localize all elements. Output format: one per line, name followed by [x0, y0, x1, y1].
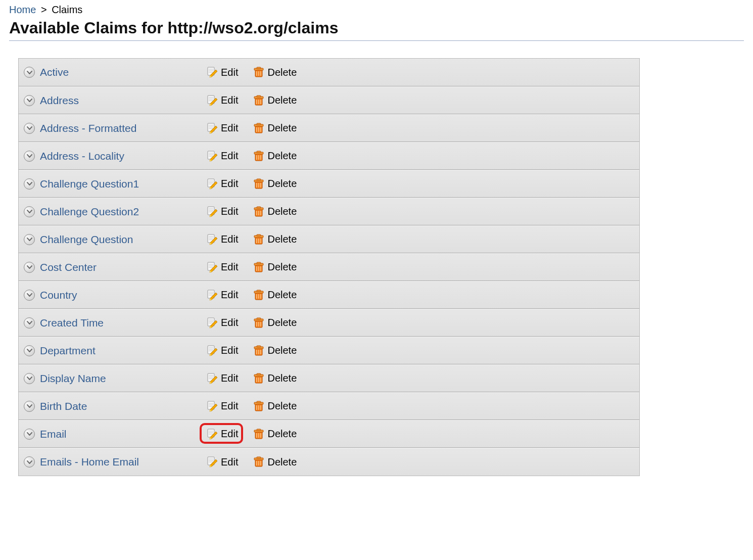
delete-button[interactable]: Delete	[253, 289, 297, 301]
claim-name-link[interactable]: Challenge Question1	[40, 178, 207, 190]
edit-label: Edit	[221, 67, 238, 78]
delete-button[interactable]: Delete	[253, 150, 297, 162]
expand-toggle[interactable]	[24, 290, 35, 301]
claim-row: CountryEditDelete	[19, 281, 639, 309]
delete-button[interactable]: Delete	[253, 317, 297, 329]
claim-row: Display NameEditDelete	[19, 364, 639, 392]
edit-label: Edit	[221, 372, 238, 384]
page-title: Available Claims for http://wso2.org/cla…	[9, 19, 744, 41]
claim-name-link[interactable]: Address - Locality	[40, 150, 207, 162]
delete-label: Delete	[267, 67, 297, 78]
edit-icon	[207, 178, 218, 190]
delete-button[interactable]: Delete	[253, 456, 297, 468]
edit-button[interactable]: Edit	[207, 150, 238, 162]
expand-toggle[interactable]	[24, 262, 35, 273]
claim-name-link[interactable]: Emails - Home Email	[40, 456, 207, 468]
claim-name-link[interactable]: Cost Center	[40, 261, 207, 273]
delete-button[interactable]: Delete	[253, 122, 297, 134]
claim-name-link[interactable]: Challenge Question	[40, 234, 207, 246]
chevron-down-icon	[27, 181, 32, 186]
claim-name-link[interactable]: Country	[40, 289, 207, 301]
claim-name-link[interactable]: Active	[40, 66, 207, 78]
edit-button[interactable]: Edit	[207, 206, 238, 217]
delete-icon	[253, 345, 264, 356]
claim-row: Challenge Question2EditDelete	[19, 198, 639, 225]
edit-button[interactable]: Edit	[207, 178, 238, 190]
expand-toggle[interactable]	[24, 67, 35, 78]
delete-label: Delete	[267, 345, 297, 356]
edit-button[interactable]: Edit	[207, 95, 238, 106]
edit-button[interactable]: Edit	[207, 317, 238, 329]
claim-row: Address - FormattedEditDelete	[19, 114, 639, 142]
edit-icon	[207, 234, 218, 245]
edit-button[interactable]: Edit	[207, 400, 238, 412]
delete-button[interactable]: Delete	[253, 428, 297, 440]
delete-label: Delete	[267, 178, 297, 190]
edit-button[interactable]: Edit	[207, 261, 238, 273]
expand-toggle[interactable]	[24, 206, 35, 217]
delete-icon	[253, 373, 264, 384]
claim-name-link[interactable]: Challenge Question2	[40, 206, 207, 218]
delete-button[interactable]: Delete	[253, 178, 297, 190]
edit-label: Edit	[221, 150, 238, 162]
edit-button[interactable]: Edit	[207, 345, 238, 356]
edit-button[interactable]: Edit	[207, 372, 238, 384]
delete-button[interactable]: Delete	[253, 234, 297, 245]
edit-button[interactable]: Edit	[207, 234, 238, 245]
edit-button[interactable]: Edit	[207, 428, 238, 440]
expand-toggle[interactable]	[24, 95, 35, 106]
expand-toggle[interactable]	[24, 178, 35, 190]
claim-name-link[interactable]: Display Name	[40, 372, 207, 385]
delete-button[interactable]: Delete	[253, 261, 297, 273]
expand-toggle[interactable]	[24, 373, 35, 384]
breadcrumb-home-link[interactable]: Home	[9, 4, 36, 15]
claim-row: Emails - Home EmailEditDelete	[19, 448, 639, 476]
chevron-down-icon	[27, 431, 32, 437]
delete-label: Delete	[267, 206, 297, 217]
delete-icon	[253, 123, 264, 134]
expand-toggle[interactable]	[24, 123, 35, 134]
expand-toggle[interactable]	[24, 234, 35, 245]
breadcrumb-separator: >	[41, 4, 47, 15]
edit-label: Edit	[221, 428, 238, 440]
edit-label: Edit	[221, 95, 238, 106]
delete-icon	[253, 429, 264, 440]
claim-row: AddressEditDelete	[19, 86, 639, 114]
claim-name-link[interactable]: Address	[40, 95, 207, 107]
delete-button[interactable]: Delete	[253, 372, 297, 384]
delete-button[interactable]: Delete	[253, 206, 297, 217]
edit-icon	[207, 456, 218, 468]
delete-button[interactable]: Delete	[253, 400, 297, 412]
claim-row: EmailEditDelete	[19, 420, 639, 448]
claim-name-link[interactable]: Created Time	[40, 317, 207, 329]
edit-button[interactable]: Edit	[207, 67, 238, 78]
delete-button[interactable]: Delete	[253, 95, 297, 106]
edit-label: Edit	[221, 234, 238, 245]
edit-icon	[207, 123, 218, 134]
claim-name-link[interactable]: Birth Date	[40, 400, 207, 412]
expand-toggle[interactable]	[24, 317, 35, 329]
claim-row: ActiveEditDelete	[19, 59, 639, 86]
edit-icon	[207, 345, 218, 356]
edit-button[interactable]: Edit	[207, 122, 238, 134]
delete-icon	[253, 317, 264, 329]
claim-name-link[interactable]: Address - Formatted	[40, 122, 207, 134]
breadcrumb: Home > Claims	[9, 4, 744, 16]
delete-icon	[253, 95, 264, 106]
edit-button[interactable]: Edit	[207, 456, 238, 468]
expand-toggle[interactable]	[24, 456, 35, 468]
expand-toggle[interactable]	[24, 401, 35, 412]
chevron-down-icon	[27, 348, 32, 353]
expand-toggle[interactable]	[24, 151, 35, 162]
edit-button[interactable]: Edit	[207, 289, 238, 301]
chevron-down-icon	[27, 320, 32, 325]
expand-toggle[interactable]	[24, 429, 35, 440]
delete-icon	[253, 262, 264, 273]
expand-toggle[interactable]	[24, 345, 35, 356]
claim-name-link[interactable]: Department	[40, 345, 207, 357]
delete-button[interactable]: Delete	[253, 67, 297, 78]
edit-label: Edit	[221, 178, 238, 190]
breadcrumb-current: Claims	[52, 4, 82, 15]
delete-button[interactable]: Delete	[253, 345, 297, 356]
claim-name-link[interactable]: Email	[40, 428, 207, 440]
